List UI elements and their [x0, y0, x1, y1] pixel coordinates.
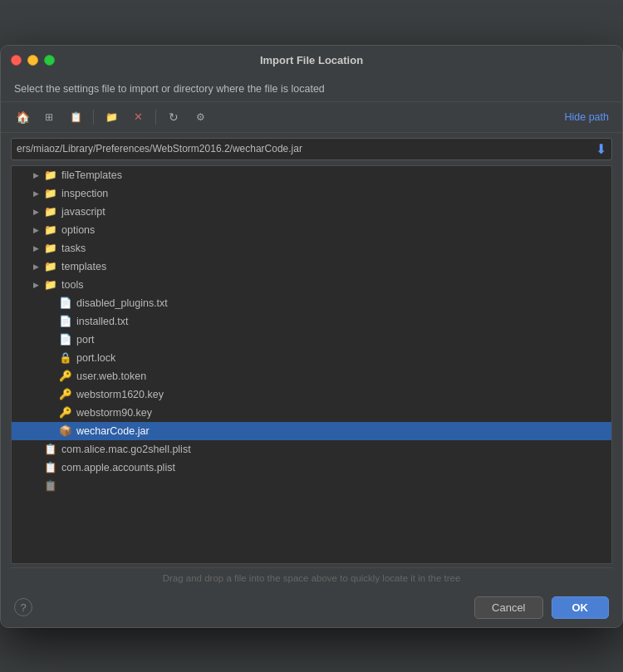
folder-view-button[interactable]: 📋 — [64, 107, 87, 127]
tree-item-label: com.alice.mac.go2shell.plist — [61, 444, 191, 455]
tree-item-partial[interactable]: ▶ 📋 — [12, 477, 611, 495]
settings-button[interactable]: ⚙ — [189, 107, 212, 127]
tree-item-label: inspection — [61, 188, 108, 199]
dialog-footer: ? Cancel OK — [1, 588, 622, 627]
tree-item-label: wecharCode.jar — [76, 425, 150, 437]
jar-icon: 📦 — [58, 424, 73, 438]
tree-item-label: tasks — [61, 243, 86, 254]
dialog-body: Select the settings file to import or di… — [1, 75, 622, 627]
plist-icon: 📋 — [43, 461, 58, 474]
home-button[interactable]: 🏠 — [11, 107, 34, 127]
drag-hint: Drag and drop a file into the space abov… — [11, 567, 612, 588]
new-folder-button[interactable]: 📁 — [100, 107, 123, 127]
folder-icon: 📁 — [43, 242, 58, 255]
maximize-button[interactable] — [44, 55, 55, 66]
tree-item-go2shell-plist[interactable]: ▶ 📋 com.alice.mac.go2shell.plist — [12, 440, 611, 459]
tree-item-label: disabled_plugins.txt — [76, 297, 168, 309]
tree-item-label: port — [76, 334, 95, 346]
grid-view-button[interactable]: ⊞ — [37, 107, 61, 127]
plist-icon: 📋 — [43, 479, 58, 493]
tree-item-label: user.web.token — [76, 370, 146, 382]
settings-icon: ⚙ — [196, 111, 205, 123]
toolbar-separator-2 — [155, 110, 156, 125]
tree-item-label: installed.txt — [76, 316, 129, 327]
arrow-icon: ▶ — [28, 223, 43, 238]
tree-item-label: webstorm90.key — [76, 407, 152, 419]
tree-item-inspection[interactable]: ▶ 📁 inspection — [12, 184, 611, 203]
tree-item-installed[interactable]: ▶ 📄 installed.txt — [12, 312, 611, 331]
arrow-icon: ▶ — [28, 259, 43, 274]
tree-item-tools[interactable]: ▶ 📁 tools — [12, 276, 611, 294]
file-tree[interactable]: ▶ 📁 fileTemplates ▶ 📁 inspection ▶ 📁 jav… — [11, 165, 612, 564]
path-text: ers/miaoz/Library/Preferences/WebStorm20… — [17, 143, 592, 155]
file-special-icon: 🔑 — [58, 370, 73, 383]
file-special-icon: 🔒 — [58, 351, 73, 365]
toolbar-separator-1 — [93, 110, 94, 125]
file-icon: 📄 — [58, 333, 73, 346]
arrow-icon: ▶ — [28, 277, 43, 292]
tree-item-label: javascript — [61, 206, 105, 218]
folder-icon: 📁 — [43, 278, 58, 292]
tree-item-label: port.lock — [76, 352, 115, 364]
folder-icon: 📁 — [43, 187, 58, 200]
folder-icon: 📁 — [43, 223, 58, 237]
folder-icon: 📁 — [43, 260, 58, 273]
arrow-icon: ▶ — [28, 168, 43, 183]
file-special-icon: 🔑 — [58, 388, 73, 401]
arrow-icon: ▶ — [28, 241, 43, 256]
tree-item-apple-accounts-plist[interactable]: ▶ 📋 com.apple.accounts.plist — [12, 459, 611, 477]
delete-button[interactable]: ✕ — [126, 107, 150, 127]
cancel-button[interactable]: Cancel — [474, 596, 542, 619]
tree-item-port-lock[interactable]: ▶ 🔒 port.lock — [12, 349, 611, 367]
tree-item-label: tools — [61, 279, 83, 291]
tree-item-javascript[interactable]: ▶ 📁 javascript — [12, 203, 611, 221]
hide-path-button[interactable]: Hide path — [561, 110, 612, 125]
refresh-button[interactable]: ↻ — [162, 107, 185, 127]
folder-icon: 📁 — [43, 169, 58, 182]
toolbar: 🏠 ⊞ 📋 📁 ✕ ↻ ⚙ Hide path — [1, 102, 622, 133]
grid-icon: ⊞ — [45, 111, 53, 123]
tree-item-user-web-token[interactable]: ▶ 🔑 user.web.token — [12, 367, 611, 385]
folder-view-icon: 📋 — [70, 111, 82, 123]
tree-item-label: webstorm1620.key — [76, 389, 164, 400]
minimize-button[interactable] — [27, 55, 38, 66]
new-folder-icon: 📁 — [105, 111, 118, 123]
footer-buttons: Cancel OK — [474, 596, 609, 619]
title-bar: Import File Location — [1, 46, 622, 75]
tree-item-tasks[interactable]: ▶ 📁 tasks — [12, 239, 611, 258]
dialog-subtitle: Select the settings file to import or di… — [1, 75, 622, 102]
tree-item-webstorm90-key[interactable]: ▶ 🔑 webstorm90.key — [12, 404, 611, 422]
tree-item-label: fileTemplates — [61, 169, 122, 181]
tree-item-templates[interactable]: ▶ 📁 templates — [12, 258, 611, 276]
file-icon: 📄 — [58, 315, 73, 328]
tree-item-label: templates — [61, 261, 106, 272]
tree-item-disabled-plugins[interactable]: ▶ 📄 disabled_plugins.txt — [12, 294, 611, 312]
path-browse-icon[interactable]: ⬇ — [596, 141, 606, 157]
close-button[interactable] — [11, 55, 22, 66]
file-special-icon: 🔑 — [58, 406, 73, 419]
import-file-dialog: Import File Location Select the settings… — [0, 45, 623, 628]
arrow-icon: ▶ — [28, 186, 43, 201]
window-controls — [11, 55, 55, 66]
folder-icon: 📁 — [43, 205, 58, 218]
tree-item-filetemplates[interactable]: ▶ 📁 fileTemplates — [12, 166, 611, 184]
tree-item-label: options — [61, 224, 95, 236]
tree-item-port[interactable]: ▶ 📄 port — [12, 331, 611, 349]
path-bar: ers/miaoz/Library/Preferences/WebStorm20… — [11, 138, 612, 160]
tree-item-options[interactable]: ▶ 📁 options — [12, 221, 611, 239]
home-icon: 🏠 — [16, 110, 30, 124]
tree-item-label: com.apple.accounts.plist — [61, 462, 175, 473]
tree-item-wecharcode-jar[interactable]: ▶ 📦 wecharCode.jar — [12, 422, 611, 440]
tree-item-webstorm1620-key[interactable]: ▶ 🔑 webstorm1620.key — [12, 385, 611, 404]
plist-icon: 📋 — [43, 443, 58, 456]
file-icon: 📄 — [58, 297, 73, 310]
dialog-title: Import File Location — [260, 54, 363, 66]
ok-button[interactable]: OK — [552, 596, 610, 619]
help-button[interactable]: ? — [14, 598, 32, 616]
delete-icon: ✕ — [134, 110, 143, 123]
arrow-icon: ▶ — [28, 204, 43, 219]
refresh-icon: ↻ — [169, 110, 179, 124]
